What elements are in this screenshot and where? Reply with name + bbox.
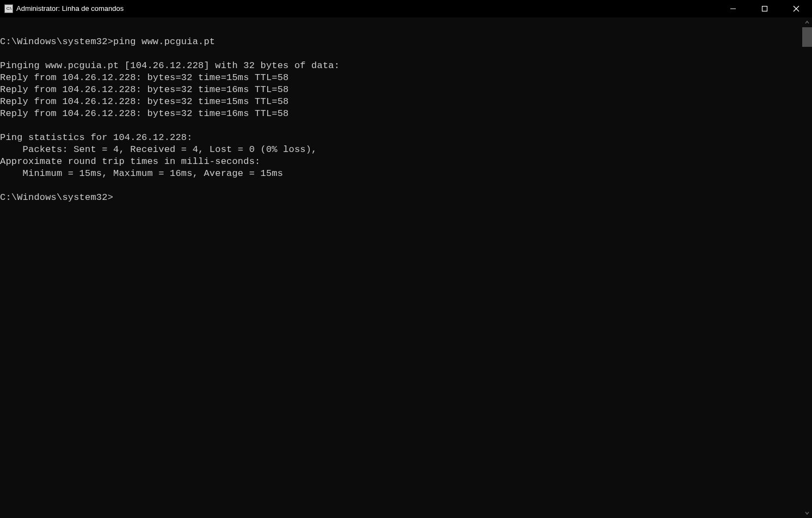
scroll-up-arrow[interactable]: [802, 17, 812, 27]
titlebar-left: C:\ Administrator: Linha de comandos: [4, 4, 124, 13]
svg-rect-1: [762, 7, 767, 11]
terminal-output: C:\Windows\system32>ping www.pcguia.pt P…: [0, 17, 812, 204]
cmd-icon: C:\: [4, 4, 13, 13]
chevron-down-icon: [804, 510, 810, 516]
scrollbar-track[interactable]: [802, 17, 812, 518]
minimize-button[interactable]: [717, 0, 749, 17]
window-title: Administrator: Linha de comandos: [16, 4, 124, 13]
scroll-down-arrow[interactable]: [802, 508, 812, 518]
titlebar: C:\ Administrator: Linha de comandos: [0, 0, 812, 17]
window-controls: [717, 0, 812, 17]
maximize-icon: [761, 5, 768, 12]
chevron-up-icon: [804, 20, 810, 25]
minimize-icon: [730, 5, 736, 12]
scrollbar-thumb[interactable]: [802, 27, 812, 47]
terminal-area[interactable]: C:\Windows\system32>ping www.pcguia.pt P…: [0, 17, 812, 518]
close-icon: [793, 5, 799, 12]
maximize-button[interactable]: [749, 0, 780, 17]
close-button[interactable]: [780, 0, 812, 17]
